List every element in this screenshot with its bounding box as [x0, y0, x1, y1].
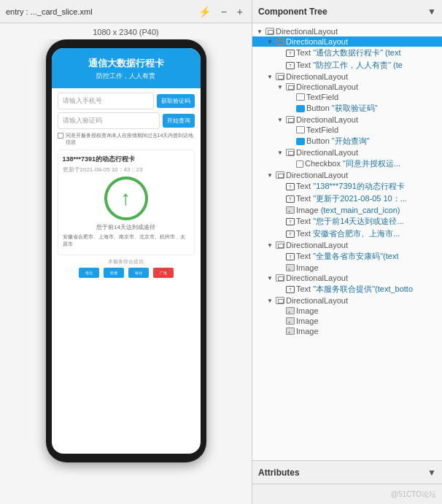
text-icon-n3: T: [286, 50, 295, 57]
tree-node-n7[interactable]: TextField: [252, 92, 442, 102]
toggle-icon-n4[interactable]: [276, 61, 284, 70]
button-icon-n11: [296, 138, 305, 145]
phone-btn-verify[interactable]: 获取验证码: [157, 94, 195, 108]
tree-node-n23[interactable]: ▼DirectionalLayout: [252, 273, 442, 283]
toggle-icon-n5[interactable]: ▼: [265, 72, 274, 81]
tree-node-n19[interactable]: TText 安徽省合肥市、上海市...: [252, 228, 442, 240]
tree-node-n22[interactable]: Image: [252, 263, 442, 273]
phone-checkbox-text: 同意开服务授权查询本人在疫情期间过去14天内曾到访地信息: [66, 132, 195, 145]
tree-node-n1[interactable]: ▼DirectionalLayout: [252, 26, 442, 36]
tree-node-n11[interactable]: Button "开始查询": [252, 135, 442, 147]
toggle-icon-n26[interactable]: [276, 306, 284, 315]
node-label-n18: Text "您于前14天达到或途径...: [296, 216, 404, 227]
tree-node-n28[interactable]: Image: [252, 326, 442, 336]
tree-node-n15[interactable]: TText "138***7391的动态行程卡: [252, 180, 442, 193]
toggle-icon-n16[interactable]: [276, 195, 284, 203]
zoom-in-icon[interactable]: +: [234, 4, 246, 19]
toggle-icon-n27[interactable]: [276, 317, 284, 325]
toggle-icon-n25[interactable]: ▼: [265, 296, 274, 305]
phone-header-subtitle: 防控工作，人人有责: [59, 71, 193, 81]
tree-node-n10[interactable]: TextField: [252, 125, 442, 135]
tree-node-n12[interactable]: ▼DirectionalLayout: [252, 147, 442, 158]
zoom-out-icon[interactable]: −: [218, 4, 230, 19]
tree-node-n17[interactable]: Image (text_main_card_icon): [252, 205, 442, 215]
tree-node-n24[interactable]: TText "本服务联合提供"(text_botto: [252, 283, 442, 295]
tree-node-n3[interactable]: TText "通信大数据行程卡" (text: [252, 47, 442, 59]
toggle-icon-n10[interactable]: [286, 125, 295, 134]
bluetooth-icon[interactable]: ⚡: [195, 4, 214, 19]
text-icon-n4: T: [286, 62, 295, 69]
toggle-icon-n15[interactable]: [276, 182, 284, 191]
phone-input-row-1: 请输入手机号 获取验证码: [58, 93, 195, 109]
layout-icon-n14: [276, 171, 284, 179]
toggle-icon-n9[interactable]: ▼: [276, 115, 284, 124]
image-icon-n28: [286, 327, 295, 335]
component-tree-area[interactable]: ▼DirectionalLayout▼DirectionalLayout TTe…: [252, 23, 442, 460]
tree-node-n25[interactable]: ▼DirectionalLayout: [252, 295, 442, 306]
toggle-icon-n13[interactable]: [286, 160, 295, 168]
toggle-icon-n11[interactable]: [286, 137, 295, 146]
toggle-icon-n28[interactable]: [276, 327, 284, 336]
text-icon-n16: T: [286, 195, 295, 203]
toggle-icon-n23[interactable]: ▼: [265, 274, 274, 282]
toggle-icon-n3[interactable]: [276, 49, 284, 58]
tree-node-n13[interactable]: Checkbox "同意并授权运...: [252, 158, 442, 170]
tree-node-n16[interactable]: TText "更新于2021-08-05 10：...: [252, 193, 442, 205]
text-icon-n24: T: [286, 286, 295, 293]
tree-node-n21[interactable]: TText "全量各省市安康码"(text: [252, 250, 442, 263]
tree-node-n18[interactable]: TText "您于前14天达到或途径...: [252, 215, 442, 228]
toggle-icon-n7[interactable]: [286, 93, 295, 101]
image-icon-n17: [286, 206, 295, 214]
toggle-icon-n17[interactable]: [276, 206, 284, 214]
layout-icon-n9: [286, 116, 295, 123]
tree-node-n5[interactable]: ▼DirectionalLayout: [252, 71, 442, 82]
tree-node-n27[interactable]: Image: [252, 316, 442, 326]
text-icon-n19: T: [286, 230, 295, 238]
card-title: 138***7391的动态行程卡: [63, 155, 190, 164]
node-label-n27: Image: [296, 317, 319, 325]
node-label-n4: Text "防控工作，人人有责" (te: [296, 60, 403, 71]
toggle-icon-n18[interactable]: [276, 217, 284, 226]
up-arrow-icon: ↑: [104, 177, 148, 220]
toggle-icon-n22[interactable]: [276, 263, 284, 272]
button-icon-n8: [296, 105, 305, 112]
toggle-icon-n6[interactable]: ▼: [276, 82, 284, 91]
phone-input-row-2: 请输入验证码 开始查询: [58, 112, 195, 129]
phone-input-code[interactable]: 请输入验证码: [58, 112, 160, 129]
node-label-n12: DirectionalLayout: [296, 148, 358, 157]
toggle-icon-n21[interactable]: [276, 252, 284, 261]
tree-node-n14[interactable]: ▼DirectionalLayout: [252, 170, 442, 180]
node-label-n6: DirectionalLayout: [296, 82, 358, 91]
logos-row: 电信 联通 移动 广电: [58, 268, 195, 278]
tree-node-n20[interactable]: ▼DirectionalLayout: [252, 240, 442, 250]
toggle-icon-n2[interactable]: ▼: [265, 37, 274, 46]
phone-checkbox[interactable]: [58, 133, 63, 139]
node-label-n1: DirectionalLayout: [276, 27, 338, 36]
node-label-n5: DirectionalLayout: [286, 72, 348, 81]
node-label-n19: Text 安徽省合肥市、上海市...: [296, 228, 400, 239]
component-tree-dropdown-icon[interactable]: ▼: [427, 7, 436, 17]
toggle-icon-n24[interactable]: [276, 285, 284, 294]
node-label-n11: Button "开始查询": [306, 136, 370, 147]
attributes-dropdown-icon[interactable]: ▼: [427, 468, 436, 478]
toggle-icon-n19[interactable]: [276, 230, 284, 239]
phone-btn-query[interactable]: 开始查询: [163, 114, 195, 128]
tree-node-n8[interactable]: Button "获取验证码": [252, 102, 442, 115]
toggle-icon-n12[interactable]: ▼: [276, 148, 284, 157]
image-icon-n26: [286, 307, 295, 314]
phone-input-phone[interactable]: 请输入手机号: [58, 93, 154, 109]
toggle-icon-n1[interactable]: ▼: [255, 27, 264, 36]
layout-icon-n20: [276, 241, 284, 249]
tree-node-n9[interactable]: ▼DirectionalLayout: [252, 115, 442, 125]
tree-node-n4[interactable]: TText "防控工作，人人有责" (te: [252, 59, 442, 71]
node-label-n9: DirectionalLayout: [296, 115, 358, 124]
top-bar-icons: ⚡ − +: [195, 4, 246, 19]
tree-node-n26[interactable]: Image: [252, 306, 442, 316]
provider-text: 本服务联合提供: [58, 258, 195, 265]
tree-node-n6[interactable]: ▼DirectionalLayout: [252, 82, 442, 92]
toggle-icon-n14[interactable]: ▼: [265, 171, 274, 179]
tree-node-n2[interactable]: ▼DirectionalLayout: [252, 36, 442, 47]
toggle-icon-n8[interactable]: [286, 104, 295, 113]
toggle-icon-n20[interactable]: ▼: [265, 241, 274, 249]
node-label-n23: DirectionalLayout: [286, 274, 348, 282]
